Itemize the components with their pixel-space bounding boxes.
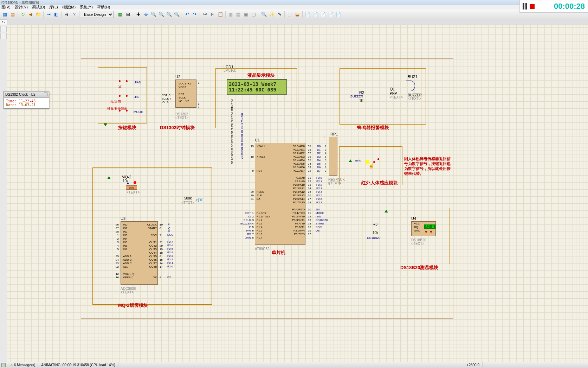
- lcd-pins: VSSVDDVEERSRWED0D1D2D3D4D5D6D7: [230, 99, 234, 164]
- lcd-nets: RSRWED0D1D2D3D4D5D6D7: [240, 113, 244, 159]
- net-jia: JIA: [134, 95, 139, 99]
- mq2-dot: [127, 183, 129, 184]
- power-icon: [349, 159, 352, 162]
- sw-dot: [377, 158, 379, 160]
- tb-netlist-icon[interactable]: 📄: [319, 11, 327, 18]
- lt-select-icon[interactable]: [0, 26, 7, 32]
- tb-wand-icon[interactable]: ✨: [268, 11, 275, 18]
- recorder-pause-button[interactable]: [523, 3, 528, 9]
- sb-coord: +2800.0: [464, 362, 483, 368]
- tb-copy-icon[interactable]: ⎘: [209, 11, 216, 18]
- rp1-pins: 23456789: [325, 145, 326, 173]
- cursor-icon: ☝: [368, 163, 374, 169]
- left-toolbar: [0, 25, 7, 362]
- tb-ascii-icon[interactable]: 📄: [327, 11, 334, 18]
- u4-dot: [425, 231, 427, 233]
- label-buzzer-module: 蜂鸣器报警模块: [357, 125, 389, 131]
- tb-import-icon[interactable]: ⇥: [45, 11, 52, 18]
- tb-area-icon[interactable]: ◧: [53, 11, 60, 18]
- sb-messages[interactable]: ⚠ 6 Message(s): [7, 362, 38, 368]
- power-icon: [385, 210, 388, 212]
- tb-erc-icon[interactable]: 📄: [312, 11, 319, 18]
- tb-edit-icon[interactable]: ✎: [276, 11, 283, 18]
- u1-left-labels: XTAL1 XTAL2 RST PSENALEEA P1.0/T2P1.1/T2…: [257, 145, 270, 240]
- label-ds18b20-module: DS18B20测温模块: [400, 265, 438, 271]
- label-keys-module: 按键模块: [118, 125, 136, 131]
- tab-bar: r ×: [0, 19, 588, 25]
- tb-grid-icon[interactable]: ▦: [117, 11, 124, 18]
- tab-schematic[interactable]: r ×: [0, 19, 7, 25]
- separator: [200, 11, 200, 18]
- lt-component-icon[interactable]: [0, 33, 7, 39]
- tb-schematic-icon[interactable]: ▦: [1, 11, 8, 18]
- screen-recorder: 00:00:28: [519, 0, 588, 13]
- tb-find-icon[interactable]: 🔍: [260, 11, 267, 18]
- schematic-canvas[interactable]: DS1302 Clock - U2 Time: 11-22-45 Date: 1…: [0, 25, 588, 362]
- menu-view[interactable]: 图(V): [1, 5, 11, 9]
- tb-pkg-icon[interactable]: ⬚: [286, 11, 293, 18]
- tb-decomp-icon[interactable]: ⬓: [294, 11, 301, 18]
- mq2-led: [134, 181, 136, 184]
- menu-design[interactable]: 设计(N): [15, 5, 28, 9]
- tb-cut-icon[interactable]: ✂: [201, 11, 208, 18]
- separator: [43, 11, 44, 18]
- sb-play-icon[interactable]: [1, 363, 6, 367]
- ir-note-text: 因人体热释电传感器返回信号为数字信号，按键返回也为数字信号，所以此处用按键来代替…: [404, 156, 453, 176]
- tb-folder-icon[interactable]: 📁: [35, 11, 42, 18]
- tb-zoom-in-icon[interactable]: 🔍: [150, 11, 157, 18]
- title-bar: rofessional - 原理图绘制: [0, 0, 588, 5]
- separator: [79, 11, 79, 18]
- component-rp1[interactable]: RP1 RESPACK-8 <TEXT>: [329, 137, 337, 176]
- tb-block-rotate-icon[interactable]: ▣: [243, 11, 250, 18]
- tb-redo-icon[interactable]: ↷: [191, 11, 198, 18]
- clock-window-title[interactable]: DS1302 Clock - U2: [4, 91, 49, 98]
- tb-paste-icon[interactable]: 📋: [217, 11, 224, 18]
- tb-zoom-fit-icon[interactable]: 🔍: [166, 11, 173, 18]
- net-mode: MODE: [134, 110, 143, 114]
- u1-right-nums: 3938373635343332 2122232425262728 101112…: [308, 145, 311, 236]
- tb-pan-icon[interactable]: ⊕: [142, 11, 149, 18]
- tb-back-icon[interactable]: ◀: [27, 11, 34, 18]
- u3-left-nums: 26272812345 25242322 1216: [112, 223, 119, 279]
- separator: [259, 11, 259, 18]
- menu-library[interactable]: 库(L): [49, 5, 58, 9]
- tb-bom-icon[interactable]: 📄: [304, 11, 311, 18]
- u1-right-nets-mid: P2.0P2.1P2.2P2.3P2.4P2.5P2.6P2.7: [316, 176, 322, 204]
- tb-snap-icon[interactable]: ⊞: [124, 11, 131, 18]
- mq2-pot[interactable]: 65%: [126, 185, 137, 190]
- tb-zoom-area-icon[interactable]: 🔍: [173, 11, 180, 18]
- tb-block-delete-icon[interactable]: ▢: [250, 11, 257, 18]
- tb-zoom-out-icon[interactable]: 🔍: [158, 11, 165, 18]
- menu-debug[interactable]: 调试(D): [32, 5, 45, 9]
- tb-block-move-icon[interactable]: ▤: [235, 11, 242, 18]
- tb-new-icon[interactable]: ↻: [19, 11, 26, 18]
- sw-dot: [126, 80, 128, 82]
- q1-ref: Q1: [390, 87, 395, 91]
- tab-close-icon[interactable]: ×: [4, 20, 6, 23]
- recorder-stop-button[interactable]: [530, 4, 535, 9]
- tb-block-copy-icon[interactable]: ▥: [227, 11, 234, 18]
- power-icon: [107, 176, 111, 179]
- sw-dot: [119, 80, 121, 82]
- sw-dot: [119, 95, 121, 97]
- tb-undo-icon[interactable]: ↶: [183, 11, 190, 18]
- menu-help[interactable]: 帮助(H): [97, 5, 110, 9]
- tb-help-icon[interactable]: ?: [71, 11, 78, 18]
- tb-crosshair-icon[interactable]: ✚: [135, 11, 142, 18]
- design-select[interactable]: Base Design: [81, 11, 114, 18]
- r3-ref: R3: [373, 222, 377, 226]
- menu-system[interactable]: 系统(Y): [80, 5, 93, 9]
- u3-right-labels: CLOCKSTART EOC OUT1OUT2OUT3OUT4OUT5OUT6O…: [144, 223, 157, 279]
- menu-template[interactable]: 模版(M): [62, 5, 76, 9]
- tb-pcb-icon[interactable]: ▤: [9, 11, 16, 18]
- u2-pins-left: RST 5SCLK 7IO 6: [162, 94, 172, 104]
- buzzer-icon: [406, 81, 415, 91]
- u4-pins: VCCDQGND: [414, 222, 420, 233]
- lcd-screen: 2021-03-13 Week7 11:22:45 60C 089: [227, 79, 287, 95]
- u2-pins-right: VCC1 X1VCC2 RSTSCLKI/O X2: [179, 82, 191, 103]
- clock-window-maximize-icon[interactable]: [44, 93, 47, 96]
- r3-net: DS18B20: [367, 236, 381, 240]
- tb-report-icon[interactable]: 📄: [335, 11, 342, 18]
- ds1302-clock-window[interactable]: DS1302 Clock - U2 Time: 11-22-45 Date: 1…: [4, 91, 49, 109]
- tb-print-icon[interactable]: 🖨: [63, 11, 70, 18]
